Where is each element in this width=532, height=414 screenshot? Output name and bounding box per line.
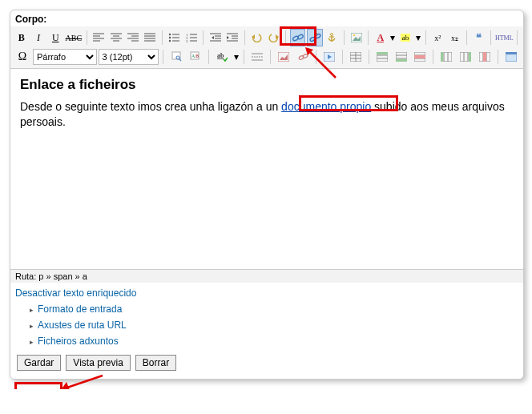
find-icon[interactable] (167, 48, 185, 66)
superscript-icon[interactable]: x² (430, 29, 445, 46)
text-color-dropdown-icon[interactable]: ▾ (389, 29, 396, 46)
bullet-list-icon[interactable] (167, 29, 182, 46)
underline-icon[interactable]: U (48, 29, 63, 46)
svg-point-20 (169, 40, 171, 42)
col-delete-icon[interactable] (476, 48, 494, 66)
format-select[interactable]: Párrafo (33, 49, 97, 65)
svg-marker-97 (61, 382, 70, 389)
html-icon[interactable]: HTML (495, 29, 513, 46)
content-heading: Enlace a ficheiros (20, 77, 514, 93)
svg-marker-29 (212, 36, 214, 39)
delete-button[interactable]: Borrar (135, 355, 176, 371)
text-color-icon[interactable]: A (373, 29, 388, 46)
svg-rect-93 (506, 52, 517, 54)
row-before-icon[interactable] (373, 48, 391, 66)
spellcheck-icon[interactable]: ab (213, 48, 231, 66)
image-icon[interactable] (349, 29, 364, 46)
svg-marker-50 (353, 36, 361, 41)
svg-text:B: B (195, 54, 199, 58)
svg-rect-84 (441, 52, 443, 62)
svg-text:ab: ab (217, 52, 224, 59)
bold-icon[interactable]: B (14, 29, 29, 46)
undo-icon[interactable] (249, 29, 264, 46)
editor-toolbar: B I U ABC 123 A ▾ (10, 26, 523, 69)
preview-button[interactable]: Vista previa (66, 355, 130, 371)
bg-color-dropdown-icon[interactable]: ▾ (415, 29, 421, 46)
svg-rect-74 (377, 52, 388, 54)
table-icon[interactable] (347, 48, 365, 66)
svg-rect-87 (469, 52, 471, 62)
replace-icon[interactable]: AB (187, 48, 204, 66)
highlight-save-button (14, 382, 62, 389)
svg-rect-77 (396, 59, 407, 62)
svg-text:3: 3 (186, 39, 188, 42)
path-value[interactable]: p » span » a (38, 271, 87, 281)
numbered-list-icon[interactable]: 123 (183, 29, 199, 46)
omega-icon[interactable]: Ω (14, 48, 31, 66)
field-label: Corpo: (10, 10, 523, 26)
strike-icon[interactable]: ABC (65, 29, 83, 46)
anchor-icon[interactable] (324, 29, 340, 46)
disable-rich-text-link[interactable]: Desactivar texto enriquecido (15, 287, 518, 299)
align-left-icon[interactable] (91, 29, 107, 46)
spellcheck-dropdown-icon[interactable]: ▾ (232, 48, 240, 66)
accordion-url-settings[interactable]: Axustes de ruta URL (30, 320, 518, 331)
teaser-break-icon[interactable] (248, 48, 266, 66)
media-icon[interactable] (320, 48, 338, 66)
row-after-icon[interactable] (393, 48, 410, 66)
outdent-icon[interactable] (208, 29, 223, 46)
editor-content-area[interactable]: Enlace a ficheiros Desde o seguinte text… (10, 69, 523, 269)
svg-point-65 (302, 54, 308, 58)
svg-rect-81 (414, 55, 425, 58)
svg-point-51 (353, 34, 354, 36)
svg-point-42 (309, 37, 315, 42)
font-size-select[interactable]: 3 (12pt) (99, 49, 159, 65)
redo-icon[interactable] (266, 29, 281, 46)
italic-icon[interactable]: I (30, 29, 46, 46)
indent-icon[interactable] (225, 29, 240, 46)
align-center-icon[interactable] (108, 29, 123, 46)
subscript-icon[interactable]: x₂ (447, 29, 462, 46)
accordion-input-format[interactable]: Formato de entrada (30, 303, 518, 315)
imce-link-icon[interactable] (294, 48, 312, 66)
path-row: Ruta: p » span » a (10, 269, 523, 283)
imce-image-icon[interactable] (275, 48, 292, 66)
save-button[interactable]: Gardar (17, 355, 61, 371)
align-right-icon[interactable] (125, 29, 140, 46)
svg-point-16 (169, 34, 171, 35)
content-paragraph: Desde o seguinte texto imos crea unha li… (20, 99, 514, 130)
svg-point-41 (297, 34, 304, 39)
svg-marker-63 (280, 54, 288, 60)
blockquote-icon[interactable]: ❝ (471, 29, 486, 46)
unlink-icon[interactable] (307, 29, 322, 46)
bg-color-icon[interactable]: ab (397, 29, 413, 46)
content-link[interactable]: documento propio (281, 100, 371, 113)
fullscreen-icon[interactable] (502, 48, 520, 66)
svg-line-54 (179, 59, 181, 61)
link-icon[interactable] (290, 29, 305, 46)
svg-marker-34 (227, 36, 229, 39)
row-delete-icon[interactable] (412, 48, 429, 66)
svg-rect-91 (483, 52, 486, 62)
col-after-icon[interactable] (457, 48, 474, 66)
accordion-attachments[interactable]: Ficheiros adxuntos (30, 336, 518, 347)
align-justify-icon[interactable] (143, 29, 158, 46)
svg-point-18 (169, 37, 171, 38)
col-before-icon[interactable] (437, 48, 455, 66)
